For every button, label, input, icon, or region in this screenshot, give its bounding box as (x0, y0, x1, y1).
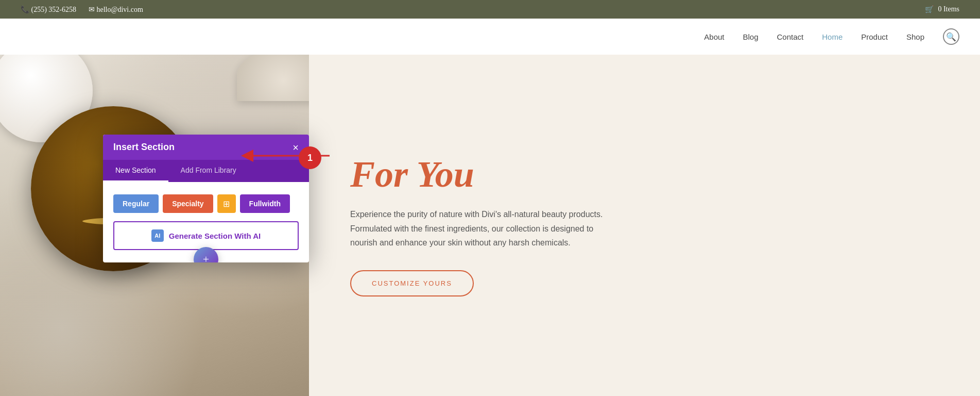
main-nav: About Blog Contact Home Product Shop 🔍 (0, 19, 980, 55)
grid-icon: ⊞ (223, 199, 230, 209)
top-bar: 📞 (255) 352-6258 ✉ hello@divi.com 🛒 0 It… (0, 0, 980, 19)
tab-add-from-library[interactable]: Add From Library (168, 160, 249, 182)
specialty-section-button[interactable]: Specialty (163, 194, 213, 213)
search-button[interactable]: 🔍 (943, 28, 959, 45)
nav-product[interactable]: Product (861, 32, 888, 41)
search-icon: 🔍 (946, 32, 956, 42)
specialty-layout-icon[interactable]: ⊞ (217, 194, 236, 213)
nav-contact[interactable]: Contact (777, 32, 804, 41)
cart-area[interactable]: 🛒 0 Items (925, 5, 959, 14)
email-address: ✉ hello@divi.com (89, 5, 143, 14)
tab-new-section[interactable]: New Section (103, 160, 168, 182)
cart-count: 0 Items (938, 5, 959, 13)
modal-title: Insert Section (113, 142, 175, 153)
phone-number: 📞 (255) 352-6258 (21, 5, 76, 14)
fullwidth-section-button[interactable]: Fullwidth (240, 194, 290, 213)
generate-ai-button[interactable]: AI Generate Section With AI (113, 221, 299, 250)
bowl-glass (237, 55, 309, 101)
nav-about[interactable]: About (704, 32, 724, 41)
hero-title: For You (350, 154, 939, 195)
modal-header: Insert Section × (103, 135, 309, 160)
plus-icon: + (203, 253, 209, 262)
hero-section: For You Experience the purity of nature … (0, 55, 980, 396)
nav-shop[interactable]: Shop (906, 32, 924, 41)
nav-blog[interactable]: Blog (743, 32, 759, 41)
regular-section-button[interactable]: Regular (113, 194, 159, 213)
email-icon: ✉ (89, 6, 97, 13)
customize-button[interactable]: CUSTOMIZE YOURS (350, 270, 474, 296)
section-types-row: Regular Specialty ⊞ Fullwidth (113, 194, 299, 213)
modal-close-button[interactable]: × (293, 142, 299, 153)
phone-icon: 📞 (21, 6, 31, 13)
nav-home[interactable]: Home (822, 32, 843, 41)
hero-content: For You Experience the purity of nature … (309, 55, 980, 396)
cart-icon: 🛒 (925, 5, 934, 14)
ai-icon: AI (151, 229, 164, 242)
insert-section-modal[interactable]: Insert Section × New Section Add From Li… (103, 135, 309, 262)
modal-tabs: New Section Add From Library (103, 160, 309, 182)
top-bar-left: 📞 (255) 352-6258 ✉ hello@divi.com (21, 5, 143, 14)
ai-button-label: Generate Section With AI (169, 232, 261, 240)
hero-description: Experience the purity of nature with Div… (350, 207, 608, 250)
